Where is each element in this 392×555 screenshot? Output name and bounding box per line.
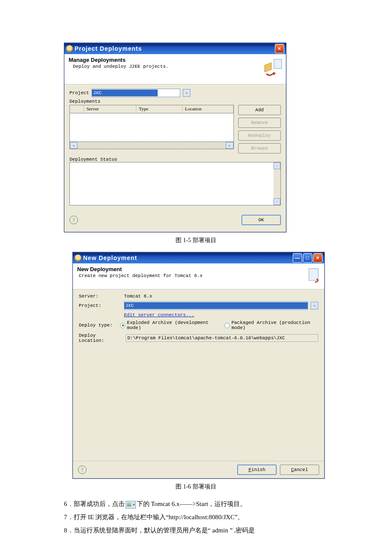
radio-packaged[interactable]: Packaged Archive (production mode): [225, 320, 318, 330]
add-button[interactable]: Add: [238, 105, 281, 115]
app-icon: [75, 254, 81, 261]
banner-subtitle: Deploy and undeploy J2EE projects.: [73, 64, 282, 69]
help-icon[interactable]: ?: [78, 465, 86, 474]
banner-title: Manage Deployments: [69, 57, 282, 63]
server-label: Server:: [79, 294, 121, 299]
banner: New Deployment Create new project deploy…: [73, 263, 324, 289]
chevron-down-icon[interactable]: ▾: [311, 302, 318, 309]
remove-button: Remove: [238, 118, 281, 128]
close-icon[interactable]: ×: [313, 253, 323, 263]
new-deployment-dialog: New Deployment — □ × New Deployment Crea…: [72, 252, 325, 479]
status-textarea[interactable]: ▴ ▾: [69, 162, 281, 205]
col-location[interactable]: Location: [182, 105, 233, 113]
svg-rect-0: [274, 59, 282, 69]
chevron-down-icon[interactable]: ▾: [183, 89, 190, 97]
radio-icon[interactable]: [120, 323, 125, 328]
scroll-up-icon[interactable]: ▴: [274, 162, 280, 169]
project-deployments-dialog: Project Deployments × Manage Deployments…: [64, 43, 286, 232]
radio-icon[interactable]: [225, 323, 230, 328]
deployments-table: Server Type Location ◂ ▸: [69, 105, 234, 153]
project-label: Project: [69, 90, 89, 95]
toolbar-dropdown-icon: [126, 501, 136, 509]
h-scrollbar[interactable]: ◂ ▸: [69, 142, 234, 149]
redeploy-button: Redeploy: [238, 130, 281, 141]
radio-exploded-label: Exploded Archive (development mode): [127, 320, 216, 330]
radio-exploded[interactable]: Exploded Archive (development mode): [120, 320, 216, 330]
help-icon[interactable]: ?: [69, 216, 78, 224]
table-body[interactable]: [69, 113, 234, 142]
status-label: Deployment Status: [69, 157, 281, 162]
finish-button[interactable]: Finish: [237, 465, 277, 475]
maximize-icon[interactable]: □: [303, 253, 312, 263]
table-header: Server Type Location: [69, 105, 234, 113]
project-combo[interactable]: [92, 89, 180, 97]
col-type[interactable]: Type: [136, 105, 182, 113]
titlebar[interactable]: Project Deployments ×: [64, 43, 286, 54]
edit-connectors-link[interactable]: Edit server connectors...: [124, 312, 194, 318]
v-scrollbar[interactable]: ▴ ▾: [274, 162, 280, 205]
banner-subtitle: Create new project deployment for Tomcat…: [79, 273, 320, 278]
browse-button: Browse: [238, 143, 281, 153]
project-combo[interactable]: [124, 301, 308, 310]
titlebar[interactable]: New Deployment — □ ×: [73, 252, 324, 263]
scroll-left-icon[interactable]: ◂: [70, 142, 78, 149]
project-input[interactable]: [92, 90, 158, 96]
banner-title: New Deployment: [77, 266, 320, 272]
doc-line-8: 8．当运行系统登陆界面时，默认的管理员用户名是“ admin ” ,密码是: [64, 525, 328, 536]
project-label: Project:: [79, 303, 121, 308]
project-input[interactable]: [124, 302, 308, 309]
radio-packaged-label: Packaged Archive (production mode): [231, 320, 318, 330]
minimize-icon[interactable]: —: [293, 253, 302, 263]
figure-caption-1-6: 图 1-6 部署项目: [64, 483, 328, 491]
deploy-location-field: D:\Program Files\tomcat\apache-tomcat-6.…: [126, 334, 318, 342]
banner: Manage Deployments Deploy and undeploy J…: [64, 54, 286, 84]
cancel-button[interactable]: Cancel: [280, 465, 319, 475]
scroll-right-icon[interactable]: ▸: [226, 142, 233, 149]
doc-line-7: 7．打开 IE 浏览器，在地址栏中输入“http://localhost:808…: [64, 512, 328, 523]
deploy-location-label: Deploy Location:: [79, 333, 123, 343]
banner-icon: [305, 266, 322, 283]
figure-caption-1-5: 图 1-5 部署项目: [64, 237, 328, 244]
doc-line-6: 6．部署成功后，点击下的 Tomcat 6.x——>Start，运行项目。: [64, 498, 328, 510]
window-title: New Deployment: [83, 254, 137, 261]
deploy-type-label: Deploy type:: [79, 323, 118, 328]
scroll-down-icon[interactable]: ▾: [274, 198, 280, 205]
ok-button[interactable]: OK: [242, 215, 281, 225]
close-icon[interactable]: ×: [275, 44, 284, 53]
window-title: Project Deployments: [75, 45, 142, 52]
server-value: Tomcat 6.x: [124, 294, 152, 299]
banner-icon: [262, 57, 283, 78]
col-server[interactable]: Server: [84, 105, 136, 113]
deployments-label: Deployments: [69, 99, 281, 104]
app-icon: [66, 45, 73, 52]
dialog-footer: ? Finish Cancel: [73, 461, 324, 478]
